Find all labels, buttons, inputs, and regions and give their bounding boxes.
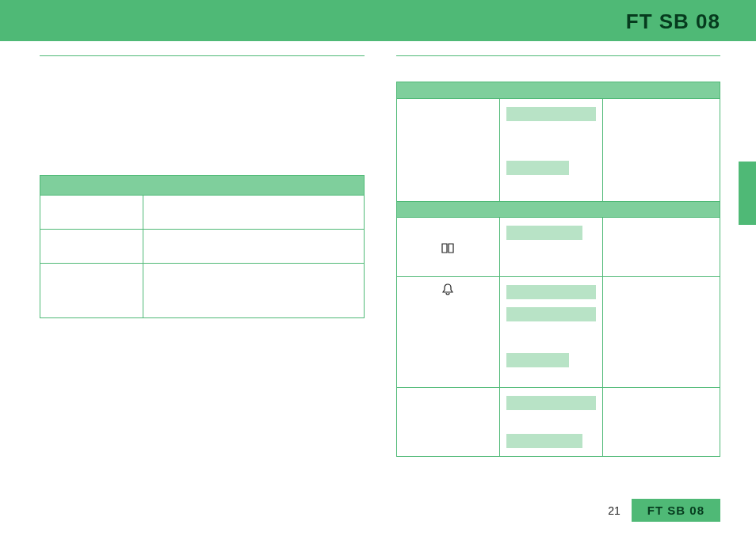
table-row	[40, 229, 364, 263]
table-cell	[603, 388, 720, 456]
header-title: FT SB 08	[626, 10, 720, 34]
table-row	[397, 276, 720, 387]
table-cell	[40, 196, 143, 229]
table-cell-chips	[500, 388, 603, 456]
table-row	[397, 98, 720, 201]
table-row	[397, 217, 720, 276]
bell-icon	[442, 283, 453, 299]
table-row	[40, 195, 364, 229]
right-table-header-2	[397, 201, 720, 217]
value-chip	[506, 307, 596, 321]
table-cell-icon	[397, 99, 500, 201]
table-cell	[40, 264, 143, 317]
page: FT SB 08	[0, 0, 756, 536]
value-chip	[506, 353, 569, 367]
footer-label: FT SB 08	[632, 499, 720, 522]
value-chip	[506, 434, 582, 448]
table-cell-chips	[500, 218, 603, 276]
left-table	[40, 175, 365, 318]
right-table	[396, 82, 721, 457]
table-row	[40, 263, 364, 317]
right-column	[396, 55, 721, 488]
value-chip	[506, 107, 596, 121]
table-cell-chips	[500, 99, 603, 201]
footer: 21 FT SB 08	[608, 499, 720, 522]
table-cell-chips	[500, 277, 603, 387]
content	[40, 55, 720, 488]
table-cell	[603, 99, 720, 201]
table-cell	[143, 264, 363, 317]
value-chip	[506, 161, 569, 175]
table-cell	[143, 230, 363, 263]
table-cell-icon	[397, 218, 500, 276]
book-icon	[441, 243, 454, 257]
right-table-header-1	[397, 82, 720, 98]
side-tab	[739, 162, 756, 225]
table-row	[397, 387, 720, 456]
value-chip	[506, 285, 596, 299]
left-column	[40, 55, 365, 488]
table-cell-icon	[397, 277, 500, 387]
value-chip	[506, 226, 582, 240]
table-cell	[143, 196, 363, 229]
table-cell	[40, 230, 143, 263]
table-cell	[603, 218, 720, 276]
divider	[396, 55, 721, 56]
table-cell-icon	[397, 388, 500, 456]
page-number: 21	[608, 504, 620, 517]
left-table-header	[40, 176, 364, 195]
table-cell	[603, 277, 720, 387]
value-chip	[506, 396, 596, 410]
divider	[40, 55, 365, 56]
